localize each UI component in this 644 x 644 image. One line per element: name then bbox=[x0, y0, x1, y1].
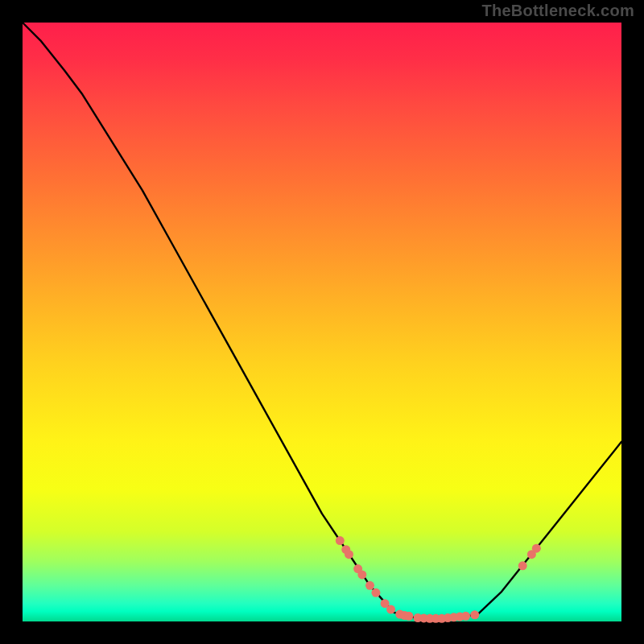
data-marker bbox=[386, 605, 395, 614]
chart-frame: TheBottleneck.com bbox=[0, 0, 644, 644]
data-marker bbox=[532, 544, 541, 553]
data-marker bbox=[518, 561, 527, 570]
data-marker bbox=[336, 536, 345, 545]
data-marker bbox=[404, 612, 413, 621]
watermark-text: TheBottleneck.com bbox=[481, 2, 634, 20]
data-marker bbox=[365, 581, 374, 590]
curve-layer bbox=[23, 23, 621, 621]
data-marker bbox=[357, 570, 366, 579]
data-marker bbox=[371, 588, 380, 597]
plot-area bbox=[23, 23, 621, 621]
bottleneck-curve bbox=[23, 23, 621, 618]
data-marker bbox=[461, 612, 470, 621]
data-marker bbox=[345, 550, 353, 559]
data-marker bbox=[470, 610, 479, 619]
